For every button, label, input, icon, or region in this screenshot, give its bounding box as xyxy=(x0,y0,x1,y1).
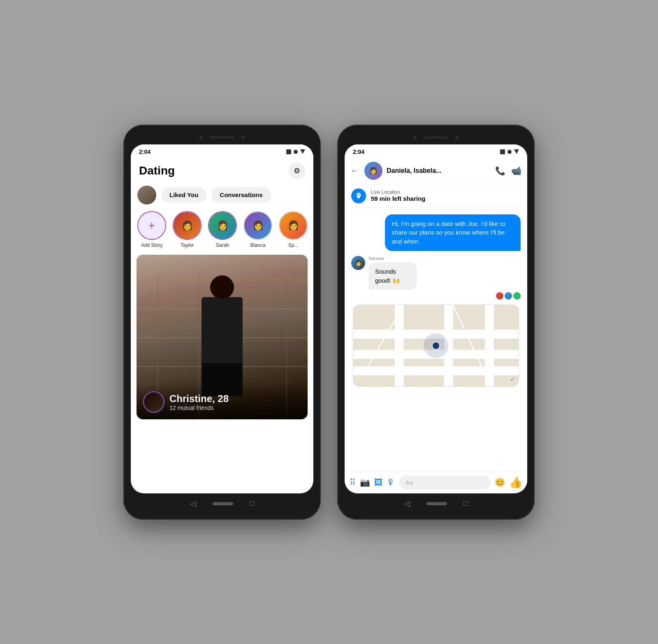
video-call-icon[interactable]: 📹 xyxy=(511,166,521,176)
status-icons-dating xyxy=(286,149,305,154)
location-text: Live Location 59 min left sharing xyxy=(371,189,426,202)
dating-card[interactable]: Christine, 28 12 mutual friends xyxy=(137,255,308,419)
sender-name-daniela: Daniela xyxy=(368,256,429,261)
taylor-label: Taylor xyxy=(181,242,194,248)
incoming-message-wrapper-1: 👩 Daniela Sounds good! 🙌 xyxy=(351,256,521,290)
back-button[interactable]: ← xyxy=(350,165,359,176)
message-input[interactable]: Aa xyxy=(399,476,491,489)
chat-area[interactable]: Hi, I'm going on a date with Joe. I'd li… xyxy=(345,208,527,471)
conversation-name: Daniela, Isabela... xyxy=(387,167,491,174)
card-info: Christine, 28 12 mutual friends xyxy=(137,383,308,419)
conversations-tab[interactable]: Conversations xyxy=(211,187,271,202)
taylor-story-circle[interactable]: 👩 xyxy=(173,211,202,240)
sp-story-item[interactable]: 👩 Sp... xyxy=(279,211,308,248)
location-dot xyxy=(431,341,440,350)
bianca-story-item[interactable]: 👩 Bianca xyxy=(243,211,272,248)
sp-label: Sp... xyxy=(288,242,299,248)
camera-dot2 xyxy=(241,135,245,139)
sarah-label: Sarah xyxy=(216,242,229,248)
speaker xyxy=(210,136,234,139)
messenger-header: ← 👩 Daniela, Isabela... 📞 📹 xyxy=(345,158,527,184)
add-story-circle[interactable]: + xyxy=(137,211,166,240)
gear-icon: ⚙ xyxy=(294,166,300,175)
card-text: Christine, 28 12 mutual friends xyxy=(169,393,229,411)
phone-nav-bar-dating: ◁ □ xyxy=(131,493,313,512)
chat-input-bar: ⠿ 📷 🖼 🎙 Aa 😊 👍 xyxy=(345,471,527,493)
stories-row: + Add Story 👩 Taylor 👩 Sarah 👩 xyxy=(131,209,313,255)
dating-screen: 2:04 Dating ⚙ Liked You Conversations xyxy=(131,144,313,493)
battery-icon-m xyxy=(500,149,505,154)
camera-dot xyxy=(199,135,203,139)
back-nav-icon-m[interactable]: ◁ xyxy=(404,499,410,508)
input-placeholder: Aa xyxy=(405,479,413,486)
seen-avatar-1 xyxy=(496,292,503,300)
wifi-icon xyxy=(300,149,305,154)
add-story-label: Add Story xyxy=(141,242,163,248)
dating-phone: 2:04 Dating ⚙ Liked You Conversations xyxy=(123,125,321,520)
phone-top-bar-dating xyxy=(131,132,313,144)
incoming-bubble-content: Daniela Sounds good! 🙌 xyxy=(368,256,429,290)
emoji-icon[interactable]: 😊 xyxy=(495,477,505,487)
map-check-icon: ✓ xyxy=(510,375,515,383)
bianca-label: Bianca xyxy=(250,242,266,248)
home-pill-messenger[interactable] xyxy=(426,502,447,505)
signal-icon xyxy=(294,150,298,154)
card-sub: 12 mutual friends xyxy=(169,405,229,411)
like-button[interactable]: 👍 xyxy=(509,476,522,489)
status-icons-messenger xyxy=(500,149,519,154)
location-label: Live Location xyxy=(371,189,426,195)
spacer xyxy=(131,419,313,493)
location-main: 59 min left sharing xyxy=(371,195,426,202)
conversation-avatar: 👩 xyxy=(364,162,382,180)
plus-icon: + xyxy=(148,219,155,232)
location-share-icon xyxy=(351,188,366,203)
add-story-item[interactable]: + Add Story xyxy=(137,211,166,248)
phone-nav-bar-messenger: ◁ □ xyxy=(345,493,527,512)
time-messenger: 2:04 xyxy=(353,149,364,155)
tab-row: Liked You Conversations xyxy=(131,183,313,209)
apps-icon[interactable]: ⠿ xyxy=(350,477,356,487)
sarah-story-circle[interactable]: 👩 xyxy=(208,211,237,240)
person-figure xyxy=(189,275,255,391)
taylor-story-item[interactable]: 👩 Taylor xyxy=(173,211,202,248)
phone-call-icon[interactable]: 📞 xyxy=(495,166,505,176)
messenger-screen: 2:04 ← 👩 Daniela, Isabela... 📞 📹 xyxy=(345,144,527,493)
time-dating: 2:04 xyxy=(139,149,151,155)
sp-avatar: 👩 xyxy=(280,212,307,239)
camera-icon[interactable]: 📷 xyxy=(360,477,370,487)
sender-avatar-daniela: 👩 xyxy=(351,256,365,270)
phone-top-bar-messenger xyxy=(345,132,527,144)
sp-story-circle[interactable]: 👩 xyxy=(279,211,308,240)
taylor-avatar: 👩 xyxy=(174,212,201,239)
messenger-phone: 2:04 ← 👩 Daniela, Isabela... 📞 📹 xyxy=(337,125,535,520)
bianca-avatar: 👩 xyxy=(244,212,271,239)
recent-nav-icon-m[interactable]: □ xyxy=(463,499,468,508)
status-bar-messenger: 2:04 xyxy=(345,144,527,158)
camera-dot-m1 xyxy=(413,135,417,139)
bianca-story-circle[interactable]: 👩 xyxy=(243,211,272,240)
liked-you-tab[interactable]: Liked You xyxy=(161,187,206,202)
sarah-story-item[interactable]: 👩 Sarah xyxy=(208,211,237,248)
sarah-avatar: 👩 xyxy=(209,212,236,239)
location-banner: Live Location 59 min left sharing xyxy=(345,184,527,208)
live-location-map[interactable]: ✓ xyxy=(353,305,519,387)
incoming-message-1: Sounds good! 🙌 xyxy=(368,262,417,290)
home-pill-dating[interactable] xyxy=(213,502,233,505)
battery-icon xyxy=(286,149,291,154)
back-nav-icon[interactable]: ◁ xyxy=(190,499,196,508)
settings-button[interactable]: ⚙ xyxy=(289,163,305,179)
gallery-icon[interactable]: 🖼 xyxy=(374,478,382,487)
speaker-m xyxy=(424,136,448,139)
outgoing-message-1: Hi, I'm going on a date with Joe. I'd li… xyxy=(385,214,521,251)
camera-dot-m2 xyxy=(455,135,459,139)
card-small-avatar xyxy=(143,391,164,413)
mic-icon[interactable]: 🎙 xyxy=(387,478,395,487)
header-actions: 📞 📹 xyxy=(495,166,521,176)
profile-avatar[interactable] xyxy=(137,186,156,205)
signal-icon-m xyxy=(507,150,512,154)
card-name: Christine, 28 xyxy=(169,393,229,405)
status-bar-dating: 2:04 xyxy=(131,144,313,158)
recent-nav-icon[interactable]: □ xyxy=(250,499,254,508)
seen-receipts xyxy=(351,292,521,300)
seen-avatar-2 xyxy=(505,292,512,300)
